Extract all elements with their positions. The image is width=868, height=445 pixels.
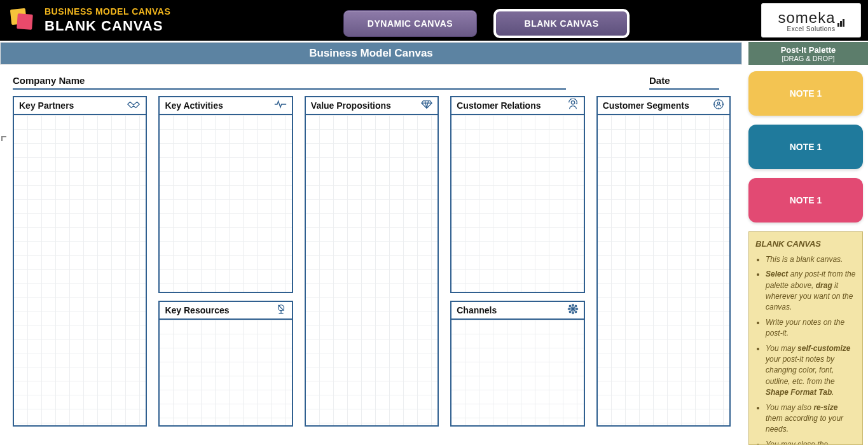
box-value-propositions[interactable]: Value Propositions <box>305 96 439 427</box>
palette-sub: [DRAG & DROP] <box>782 55 834 62</box>
company-name-label: Company Name <box>13 75 85 86</box>
brand-sub: Excel Solutions <box>787 25 836 32</box>
label-key-resources: Key Resources <box>165 305 229 315</box>
top-titles: BUSINESS MODEL CANVAS BLANK CANVAS <box>45 0 170 41</box>
help-panel: BLANK CANVAS This is a blank canvas.Sele… <box>748 231 863 445</box>
postit-note-pink[interactable]: NOTE 1 <box>748 178 863 222</box>
label-customer-segments: Customer Segments <box>603 100 689 111</box>
header-fields: Company Name Date <box>13 75 719 90</box>
company-name-field[interactable]: Company Name <box>13 75 566 90</box>
box-key-activities[interactable]: Key Activities <box>158 96 293 293</box>
label-customer-relations: Customer Relations <box>457 100 541 111</box>
col-value-propositions: Value Propositions <box>305 96 439 427</box>
main-area: Company Name Date Key Partners <box>0 65 868 445</box>
canvas-grid: Key Partners Key Activities <box>13 96 731 427</box>
diamond-icon <box>421 99 432 112</box>
box-customer-relations[interactable]: Customer Relations <box>450 96 584 293</box>
label-channels: Channels <box>457 305 497 315</box>
app-title-small: BUSINESS MODEL CANVAS <box>45 6 170 17</box>
box-key-partners[interactable]: Key Partners <box>13 96 147 427</box>
col-relations-channels: Customer Relations Channels <box>450 96 584 427</box>
app-title-big: BLANK CANVAS <box>45 18 170 34</box>
palette-header: Post-It Palette [DRAG & DROP] <box>748 42 868 65</box>
brand-badge[interactable]: someka Excel Solutions <box>762 4 860 37</box>
target-person-icon <box>713 99 724 113</box>
help-list: This is a blank canvas.Select any post-i… <box>755 254 856 445</box>
pulse-icon <box>274 99 287 112</box>
svg-point-12 <box>717 102 720 104</box>
help-title: BLANK CANVAS <box>755 238 856 250</box>
help-item: Write your notes on the post-it. <box>766 317 856 339</box>
box-customer-segments[interactable]: Customer Segments <box>596 96 731 427</box>
selection-tick-icon <box>1 136 6 141</box>
col-activities-resources: Key Activities Key Resources <box>158 96 293 427</box>
help-item: You may close the gridlines by uncheckin… <box>766 439 856 445</box>
tab-blank-canvas[interactable]: BLANK CANVAS <box>495 10 628 37</box>
help-item: You may also re-size them according to y… <box>766 402 856 435</box>
banner-row: Business Model Canvas Post-It Palette [D… <box>0 42 868 65</box>
box-channels[interactable]: Channels <box>450 301 584 427</box>
canvas-area: Company Name Date Key Partners <box>0 65 742 445</box>
label-value-propositions: Value Propositions <box>311 100 391 111</box>
box-key-resources[interactable]: Key Resources <box>158 301 293 427</box>
col-customer-segments: Customer Segments <box>596 96 731 427</box>
tab-buttons: DYNAMIC CANVAS BLANK CANVAS <box>343 0 628 41</box>
app-logo <box>0 0 45 41</box>
label-key-partners: Key Partners <box>19 100 74 111</box>
network-icon <box>567 303 579 317</box>
help-item: This is a blank canvas. <box>766 254 856 265</box>
date-field[interactable]: Date <box>649 75 719 90</box>
brand-name: someka <box>778 9 835 27</box>
bars-icon <box>837 19 844 27</box>
top-bar: BUSINESS MODEL CANVAS BLANK CANVAS DYNAM… <box>0 0 868 41</box>
canvas-title-banner: Business Model Canvas <box>0 42 742 65</box>
tab-dynamic-canvas[interactable]: DYNAMIC CANVAS <box>343 10 477 37</box>
headset-person-icon <box>567 99 579 113</box>
col-key-partners: Key Partners <box>13 96 147 427</box>
postit-icon <box>11 9 34 32</box>
date-label: Date <box>649 75 670 86</box>
globe-stand-icon <box>275 303 287 317</box>
handshake-icon <box>127 99 141 112</box>
postit-note-yellow[interactable]: NOTE 1 <box>748 71 863 116</box>
postit-note-teal[interactable]: NOTE 1 <box>748 125 863 169</box>
svg-point-1 <box>571 101 574 104</box>
help-item: Select any post-it from the palette abov… <box>766 269 856 313</box>
label-key-activities: Key Activities <box>165 100 223 111</box>
palette-title: Post-It Palette <box>781 45 836 55</box>
palette-panel: NOTE 1 NOTE 1 NOTE 1 BLANK CANVAS This i… <box>742 65 868 445</box>
help-item: You may self-customize your post-it note… <box>766 343 856 399</box>
